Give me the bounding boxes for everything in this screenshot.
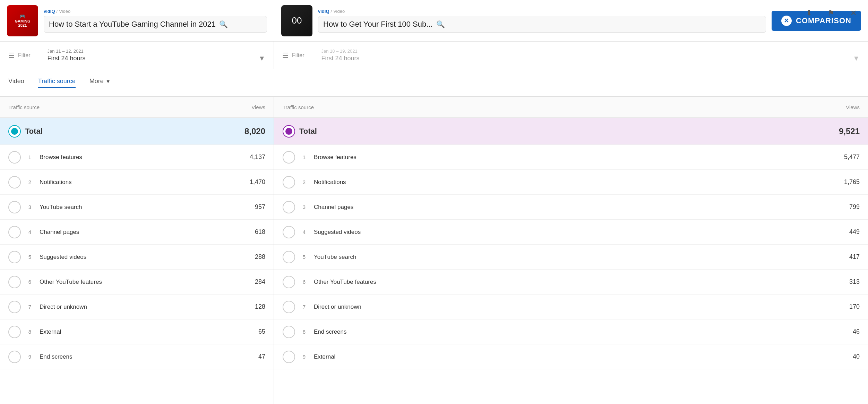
download-button[interactable]: ⬇ — [801, 6, 817, 21]
right-row-5-views: 417 — [818, 253, 860, 261]
tab-more[interactable]: More ▼ — [89, 78, 111, 88]
table-row[interactable]: 8 End screens 46 — [274, 319, 868, 344]
table-row[interactable]: 7 Direct or unknown 170 — [274, 295, 868, 319]
right-col-views: Views — [818, 104, 860, 110]
left-row-4-radio[interactable] — [8, 226, 21, 238]
left-row-1-radio[interactable] — [8, 151, 21, 164]
left-filter-icon: ☰ — [8, 51, 15, 60]
left-row-5-rank: 5 — [25, 254, 35, 260]
table-row[interactable]: 2 Notifications 1,470 — [0, 170, 274, 195]
right-row-2-radio[interactable] — [283, 176, 295, 188]
download-icon: ⬇ — [806, 9, 812, 18]
right-row-5-radio[interactable] — [283, 251, 295, 263]
left-filter-area: ☰ Filter Jan 11 – 12, 2021 First 24 hour… — [0, 42, 274, 69]
right-filter-section[interactable]: ☰ Filter — [274, 42, 313, 69]
right-row-4-source: Suggested videos — [314, 229, 818, 236]
right-total-radio[interactable] — [283, 125, 295, 138]
table-row[interactable]: 1 Browse features 5,477 — [274, 145, 868, 170]
table-row[interactable]: 6 Other YouTube features 284 — [0, 270, 274, 295]
more-dropdown-icon: ▼ — [106, 79, 111, 84]
table-row[interactable]: 2 Notifications 1,765 — [274, 170, 868, 195]
table-row[interactable]: 9 End screens 47 — [0, 344, 274, 369]
right-row-1-rank: 1 — [299, 154, 309, 160]
close-button[interactable]: ✕ — [846, 6, 861, 21]
tabs-bar: Video Traffic source More ▼ — [0, 69, 868, 97]
left-row-7-radio[interactable] — [8, 301, 21, 313]
left-video-title: How to Start a YouTube Gaming Channel in… — [49, 20, 216, 29]
right-row-6-radio[interactable] — [283, 276, 295, 288]
left-row-2-rank: 2 — [25, 179, 35, 185]
left-row-5-views: 288 — [224, 253, 265, 261]
flag-icon: ⚑ — [828, 9, 835, 18]
table-row[interactable]: 4 Suggested videos 449 — [274, 220, 868, 245]
table-row[interactable]: 7 Direct or unknown 128 — [0, 295, 274, 319]
right-row-7-source: Direct or unknown — [314, 304, 818, 310]
left-date-range: Jan 11 – 12, 2021 — [48, 49, 265, 54]
left-row-3-radio[interactable] — [8, 201, 21, 213]
right-row-9-radio[interactable] — [283, 351, 295, 363]
flag-button[interactable]: ⚑ — [824, 6, 839, 21]
right-row-3-radio[interactable] — [283, 201, 295, 213]
right-row-9-rank: 9 — [299, 354, 309, 360]
left-filter-label: Filter — [18, 52, 31, 59]
table-row[interactable]: 3 YouTube search 957 — [0, 195, 274, 220]
right-video-title-box[interactable]: How to Get Your First 100 Sub... 🔍 — [318, 16, 766, 33]
tab-video[interactable]: Video — [8, 78, 24, 88]
table-row[interactable]: 1 Browse features 4,137 — [0, 145, 274, 170]
table-row[interactable]: 4 Channel pages 618 — [0, 220, 274, 245]
table-row[interactable]: 8 External 65 — [0, 319, 274, 344]
right-row-8-radio[interactable] — [283, 326, 295, 338]
left-total-radio[interactable] — [8, 125, 21, 138]
left-brand[interactable]: vidIQ — [44, 9, 55, 14]
left-video-panel: 🎮 GAMING 2021 vidIQ / Video How to Start… — [0, 5, 274, 36]
right-row-1-views: 5,477 — [818, 153, 860, 161]
left-row-3-views: 957 — [224, 203, 265, 211]
right-row-4-radio[interactable] — [283, 226, 295, 238]
right-row-4-rank: 4 — [299, 229, 309, 235]
right-filter-icon: ☰ — [282, 51, 289, 60]
left-video-title-box[interactable]: How to Start a YouTube Gaming Channel in… — [44, 16, 267, 33]
right-brand[interactable]: vidIQ — [318, 9, 329, 14]
right-row-2-views: 1,765 — [818, 178, 860, 186]
right-row-2-source: Notifications — [314, 179, 818, 186]
right-video-title: How to Get Your First 100 Sub... — [323, 20, 433, 29]
right-row-8-views: 46 — [818, 328, 860, 335]
app-container: 🎮 GAMING 2021 vidIQ / Video How to Start… — [0, 0, 868, 404]
left-row-3-rank: 3 — [25, 204, 35, 210]
left-row-5-source: Suggested videos — [40, 254, 224, 261]
left-section: Video — [59, 9, 70, 14]
left-total-row[interactable]: Total 8,020 — [0, 118, 274, 145]
right-search-icon[interactable]: 🔍 — [436, 20, 445, 28]
right-row-9-views: 40 — [818, 353, 860, 360]
table-row[interactable]: 5 Suggested videos 288 — [0, 245, 274, 270]
left-row-2-radio[interactable] — [8, 176, 21, 188]
right-date-section[interactable]: Jan 18 – 19, 2021 First 24 hours ▼ — [313, 42, 868, 69]
left-row-9-radio[interactable] — [8, 351, 21, 363]
right-row-1-radio[interactable] — [283, 151, 295, 164]
left-dropdown-arrow: ▼ — [258, 54, 265, 62]
right-section: Video — [333, 9, 345, 14]
left-row-8-radio[interactable] — [8, 326, 21, 338]
close-icon: ✕ — [850, 9, 857, 18]
left-filter-section[interactable]: ☰ Filter — [0, 42, 39, 69]
table-row[interactable]: 6 Other YouTube features 313 — [274, 270, 868, 295]
left-search-icon[interactable]: 🔍 — [219, 20, 228, 28]
left-date-section[interactable]: Jan 11 – 12, 2021 First 24 hours ▼ — [39, 42, 274, 69]
right-dropdown-arrow: ▼ — [853, 54, 860, 62]
left-row-6-radio[interactable] — [8, 276, 21, 288]
right-table-panel: Traffic source Views Total 9,521 1 Brows… — [274, 97, 868, 404]
left-row-5-radio[interactable] — [8, 251, 21, 263]
right-row-5-source: YouTube search — [314, 254, 818, 261]
table-row[interactable]: 9 External 40 — [274, 344, 868, 369]
left-row-7-rank: 7 — [25, 304, 35, 310]
right-filter-area: ☰ Filter Jan 18 – 19, 2021 First 24 hour… — [274, 42, 868, 69]
left-row-8-views: 65 — [224, 328, 265, 335]
right-row-7-radio[interactable] — [283, 301, 295, 313]
right-total-row[interactable]: Total 9,521 — [274, 118, 868, 145]
table-row[interactable]: 5 YouTube search 417 — [274, 245, 868, 270]
right-table-header: Traffic source Views — [274, 97, 868, 118]
tab-traffic-source[interactable]: Traffic source — [38, 78, 76, 88]
table-row[interactable]: 3 Channel pages 799 — [274, 195, 868, 220]
right-row-8-rank: 8 — [299, 329, 309, 335]
left-row-1-source: Browse features — [40, 154, 224, 161]
